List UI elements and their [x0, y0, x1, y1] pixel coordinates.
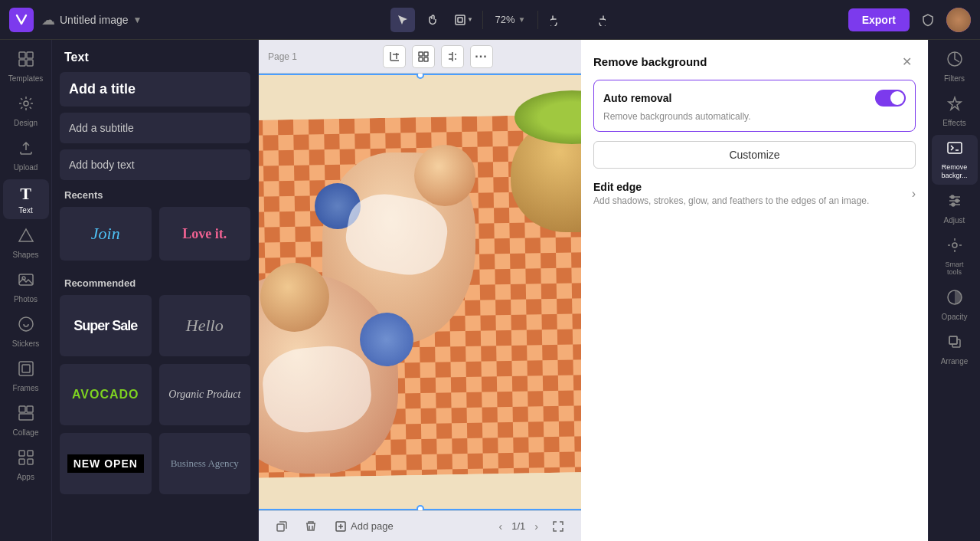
sidebar-item-stickers[interactable]: Stickers [3, 311, 49, 352]
copy-to-frame-btn[interactable] [271, 516, 292, 537]
filters-icon [946, 51, 963, 72]
text-buttons: Add a title Add a subtitle Add body text [52, 72, 258, 180]
undo-btn[interactable] [544, 8, 569, 32]
document-chevron-icon: ▼ [133, 15, 142, 25]
customize-button[interactable]: Customize [593, 141, 916, 169]
svg-point-30 [952, 243, 957, 248]
right-tool-remove-bg[interactable]: Removebackgr... [932, 135, 978, 185]
right-tool-adjust[interactable]: Adjust [932, 188, 978, 229]
svg-marker-7 [19, 229, 33, 241]
svg-rect-16 [28, 451, 33, 456]
redo-btn[interactable] [575, 8, 599, 32]
filters-label: Filters [944, 74, 965, 83]
crop-tool-btn[interactable] [383, 45, 406, 68]
add-page-label: Add page [351, 520, 394, 532]
sidebar-item-collage[interactable]: Collage [3, 400, 49, 441]
next-page-btn[interactable]: › [531, 517, 541, 536]
rec-avocado[interactable]: AVOCADO [60, 364, 152, 425]
sidebar-item-shapes[interactable]: Shapes [3, 222, 49, 264]
sidebar-label-photos: Photos [14, 295, 38, 303]
shield-button[interactable] [916, 8, 940, 32]
sidebar-item-apps[interactable]: Apps [3, 444, 49, 486]
sidebar-item-text[interactable]: T Text [3, 179, 49, 219]
topbar: ☁ Untitled image ▼ ▼ 72% ▼ Export [0, 0, 980, 40]
rec-newopen[interactable]: NEW OPEN [60, 433, 152, 494]
multi-select-btn[interactable] [412, 45, 435, 68]
svg-rect-8 [19, 274, 33, 285]
edit-edge-desc: Add shadows, strokes, glow, and feathers… [593, 195, 869, 206]
baby1-head [414, 145, 475, 206]
rec-super-sale[interactable]: Super Sale [60, 295, 152, 356]
sidebar-label-frames: Frames [13, 384, 39, 392]
flip-btn[interactable] [441, 45, 464, 68]
fullscreen-btn[interactable] [547, 516, 569, 537]
more-options-btn[interactable]: ··· [470, 45, 493, 68]
canvas-scroll[interactable]: Page 1 [259, 74, 581, 510]
frame-tool-btn[interactable]: ▼ [452, 8, 476, 32]
edit-edge-info: Edit edge Add shadows, strokes, glow, an… [593, 181, 869, 206]
close-panel-btn[interactable]: ✕ [897, 52, 916, 70]
add-page-button[interactable]: Add page [329, 517, 400, 535]
adjust-icon [946, 192, 963, 214]
avocado-text: AVOCADO [72, 388, 139, 402]
rec-organic[interactable]: Organic Product [159, 364, 251, 425]
auto-removal-toggle[interactable] [875, 90, 906, 107]
toggle-thumb [890, 91, 904, 105]
svg-rect-21 [419, 57, 423, 61]
shapes-icon [18, 227, 34, 248]
recent-join[interactable]: Join [60, 207, 152, 261]
right-tool-opacity[interactable]: Opacity [932, 284, 978, 326]
svg-rect-15 [19, 451, 24, 456]
sidebar-label-apps: Apps [17, 473, 34, 481]
rec-bizagency[interactable]: Business Agency [159, 433, 251, 494]
app-logo[interactable] [9, 8, 34, 32]
svg-rect-18 [28, 459, 33, 464]
sidebar-item-frames[interactable]: Frames [3, 356, 49, 397]
svg-rect-3 [27, 52, 33, 58]
photos-icon [18, 271, 34, 293]
document-title-area[interactable]: ☁ Untitled image ▼ [41, 11, 142, 28]
add-subtitle-button[interactable]: Add a subtitle [60, 113, 250, 143]
canvas-image [259, 74, 581, 510]
effects-label: Effects [942, 119, 965, 127]
canvas-page[interactable]: ↻ [259, 74, 581, 510]
recents-row: Join Love it. [52, 207, 258, 268]
remove-bg-label: Removebackgr... [941, 163, 967, 180]
delete-btn[interactable] [300, 516, 322, 537]
user-avatar[interactable] [946, 8, 971, 32]
recents-label: Recents [52, 180, 258, 207]
select-tool-btn[interactable] [390, 8, 415, 32]
add-body-button[interactable]: Add body text [60, 149, 250, 180]
right-tool-filters[interactable]: Filters [932, 46, 978, 87]
right-tool-effects[interactable]: Effects [932, 90, 978, 132]
bottom-right-nav: ‹ 1/1 › [496, 516, 569, 537]
edit-edge-title: Edit edge [593, 181, 869, 193]
svg-rect-11 [22, 365, 30, 372]
hand-tool-btn[interactable] [421, 8, 446, 32]
right-tool-arrange[interactable]: Arrange [932, 329, 978, 370]
panel-title-remove-bg: Remove background [593, 55, 707, 68]
newopen-text: NEW OPEN [67, 454, 144, 473]
svg-rect-2 [19, 52, 25, 58]
recommended-label: Recommended [52, 268, 258, 295]
sidebar-item-upload[interactable]: Upload [3, 135, 49, 176]
zoom-control[interactable]: 72% ▼ [489, 11, 532, 28]
recent-loveit[interactable]: Love it. [159, 207, 251, 261]
arrange-icon [946, 333, 963, 355]
edit-edge-row[interactable]: Edit edge Add shadows, strokes, glow, an… [593, 178, 916, 209]
svg-rect-12 [19, 406, 25, 412]
apps-icon [18, 449, 34, 471]
sidebar-item-templates[interactable]: Templates [3, 46, 49, 87]
right-tool-smart[interactable]: Smarttools [932, 232, 978, 282]
rec-hello[interactable]: Hello [159, 295, 251, 356]
export-button[interactable]: Export [848, 8, 910, 31]
remove-bg-icon [946, 139, 963, 161]
sidebar-item-photos[interactable]: Photos [3, 267, 49, 308]
svg-point-6 [24, 101, 28, 106]
add-title-button[interactable]: Add a title [60, 72, 250, 107]
svg-rect-23 [277, 524, 284, 531]
panel-title: Text [52, 40, 258, 72]
svg-rect-1 [458, 18, 462, 22]
sidebar-item-design[interactable]: Design [3, 90, 49, 132]
prev-page-btn[interactable]: ‹ [496, 517, 506, 536]
